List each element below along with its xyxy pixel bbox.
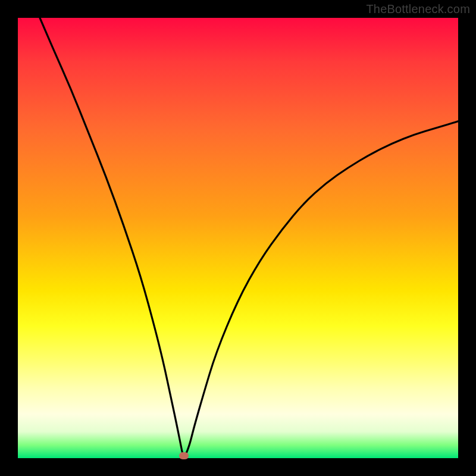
optimum-marker xyxy=(179,452,189,459)
curve-layer xyxy=(18,18,458,458)
plot-area xyxy=(18,18,458,458)
watermark-text: TheBottleneck.com xyxy=(366,2,470,16)
bottleneck-curve xyxy=(40,18,458,456)
chart-frame: TheBottleneck.com xyxy=(0,0,476,476)
